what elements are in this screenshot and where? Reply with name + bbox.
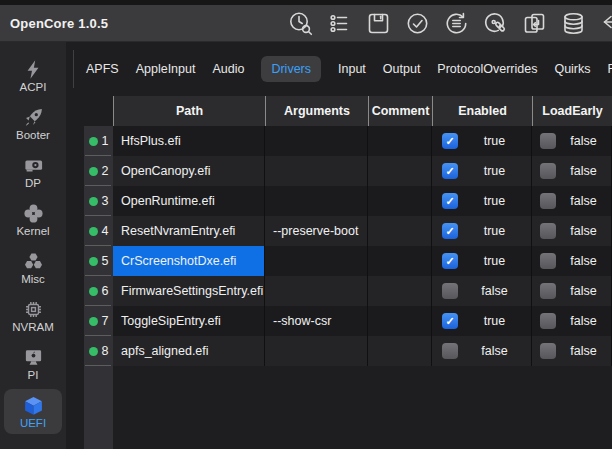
- tab-drivers[interactable]: Drivers: [261, 56, 321, 82]
- table-row[interactable]: CrScreenshotDxe.efi true false: [113, 246, 612, 276]
- compare-icon[interactable]: [521, 10, 548, 37]
- path-cell[interactable]: ResetNvramEntry.efi: [113, 216, 265, 246]
- tab-reservedmemory[interactable]: Re: [608, 62, 612, 76]
- arguments-cell[interactable]: [265, 336, 368, 366]
- table-row[interactable]: FirmwareSettingsEntry.efi false false: [113, 276, 612, 306]
- row-header[interactable]: 3: [84, 186, 113, 216]
- enabled-checkbox[interactable]: [442, 223, 458, 239]
- comment-cell[interactable]: [368, 126, 432, 156]
- loadearly-cell: false: [532, 126, 612, 156]
- sidebar-item-dp[interactable]: DP: [4, 149, 62, 194]
- column-header-path[interactable]: Path: [114, 96, 266, 126]
- status-dot: [89, 287, 98, 296]
- row-header[interactable]: 7: [84, 306, 113, 336]
- tab-quirks[interactable]: Quirks: [554, 62, 590, 76]
- path-cell[interactable]: FirmwareSettingsEntry.efi: [113, 276, 265, 306]
- arguments-cell[interactable]: [265, 156, 368, 186]
- comment-cell[interactable]: [368, 216, 432, 246]
- comment-cell[interactable]: [368, 306, 432, 336]
- arguments-cell[interactable]: [265, 276, 368, 306]
- comment-cell[interactable]: [368, 186, 432, 216]
- sidebar-item-nvram[interactable]: NVRAM: [4, 293, 62, 338]
- enabled-checkbox[interactable]: [442, 253, 458, 269]
- column-header-loadearly[interactable]: LoadEarly: [533, 96, 612, 126]
- path-cell[interactable]: HfsPlus.efi: [113, 126, 265, 156]
- sync-icon[interactable]: [443, 10, 470, 37]
- path-cell[interactable]: OpenRuntime.efi: [113, 186, 265, 216]
- loadearly-checkbox[interactable]: [540, 163, 556, 179]
- row-number: 2: [102, 164, 109, 178]
- status-dot: [89, 197, 98, 206]
- drivers-table-area: 1 2 3 4 5 6 7 8 Path Arguments: [84, 96, 612, 449]
- sidebar-item-label: ACPI: [20, 81, 47, 93]
- loadearly-label: false: [556, 284, 611, 298]
- sidebar-item-kernel[interactable]: Kernel: [4, 197, 62, 242]
- column-header-arguments[interactable]: Arguments: [266, 96, 369, 126]
- comment-cell[interactable]: [368, 156, 432, 186]
- loadearly-checkbox[interactable]: [540, 343, 556, 359]
- sidebar-item-misc[interactable]: Misc: [4, 245, 62, 290]
- comment-cell[interactable]: [368, 276, 432, 306]
- row-header[interactable]: 8: [84, 336, 113, 366]
- enabled-checkbox[interactable]: [442, 343, 458, 359]
- loadearly-checkbox[interactable]: [540, 133, 556, 149]
- table-row[interactable]: OpenRuntime.efi true false: [113, 186, 612, 216]
- enabled-cell: false: [432, 276, 532, 306]
- arguments-cell[interactable]: --show-csr: [265, 306, 368, 336]
- sidebar-item-acpi[interactable]: ACPI: [4, 53, 62, 98]
- save-icon[interactable]: [365, 10, 392, 37]
- table-row[interactable]: ResetNvramEntry.efi --preserve-boot true…: [113, 216, 612, 246]
- path-cell[interactable]: apfs_aligned.efi: [113, 336, 265, 366]
- arguments-cell[interactable]: --preserve-boot: [265, 216, 368, 246]
- row-header[interactable]: 6: [84, 276, 113, 306]
- path-value: ToggleSipEntry.efi: [121, 314, 221, 328]
- loadearly-cell: false: [532, 276, 612, 306]
- comment-cell[interactable]: [368, 336, 432, 366]
- table-row[interactable]: HfsPlus.efi true false: [113, 126, 612, 156]
- entries-list-icon[interactable]: [326, 10, 353, 37]
- row-header[interactable]: 1: [84, 126, 113, 156]
- path-cell[interactable]: ToggleSipEntry.efi: [113, 306, 265, 336]
- tab-input[interactable]: Input: [338, 62, 366, 76]
- path-value: CrScreenshotDxe.efi: [121, 254, 236, 268]
- table-row[interactable]: apfs_aligned.efi false false: [113, 336, 612, 366]
- sidebar-item-pi[interactable]: PI: [4, 341, 62, 386]
- tab-appleinput[interactable]: AppleInput: [136, 62, 196, 76]
- enabled-checkbox[interactable]: [442, 133, 458, 149]
- path-cell[interactable]: CrScreenshotDxe.efi: [113, 246, 265, 276]
- enabled-checkbox[interactable]: [442, 193, 458, 209]
- loadearly-checkbox[interactable]: [540, 283, 556, 299]
- sidebar-item-uefi[interactable]: UEFI: [4, 389, 62, 434]
- arguments-cell[interactable]: [265, 186, 368, 216]
- row-header[interactable]: 2: [84, 156, 113, 186]
- column-header-enabled[interactable]: Enabled: [433, 96, 533, 126]
- enabled-checkbox[interactable]: [442, 163, 458, 179]
- tab-audio[interactable]: Audio: [212, 62, 244, 76]
- loadearly-checkbox[interactable]: [540, 223, 556, 239]
- row-header[interactable]: 5: [84, 246, 113, 276]
- table-row[interactable]: ToggleSipEntry.efi --show-csr true false: [113, 306, 612, 336]
- table-row[interactable]: OpenCanopy.efi true false: [113, 156, 612, 186]
- loadearly-checkbox[interactable]: [540, 253, 556, 269]
- arguments-cell[interactable]: [265, 246, 368, 276]
- mount-icon[interactable]: [482, 10, 509, 37]
- tab-output[interactable]: Output: [383, 62, 421, 76]
- database-icon[interactable]: [560, 10, 587, 37]
- column-header-comment[interactable]: Comment: [369, 96, 433, 126]
- row-header[interactable]: 4: [84, 216, 113, 246]
- sidebar-item-booter[interactable]: Booter: [4, 101, 62, 146]
- enabled-label: true: [458, 194, 531, 208]
- loadearly-checkbox[interactable]: [540, 313, 556, 329]
- comment-cell[interactable]: [368, 246, 432, 276]
- enabled-checkbox[interactable]: [442, 313, 458, 329]
- tab-protocoloverrides[interactable]: ProtocolOverrides: [437, 62, 537, 76]
- snapshots-icon[interactable]: [287, 10, 314, 37]
- arguments-cell[interactable]: [265, 126, 368, 156]
- tab-apfs[interactable]: APFS: [86, 62, 119, 76]
- path-cell[interactable]: OpenCanopy.efi: [113, 156, 265, 186]
- arguments-value: --show-csr: [273, 314, 331, 328]
- loadearly-checkbox[interactable]: [540, 193, 556, 209]
- enabled-checkbox[interactable]: [442, 283, 458, 299]
- validate-icon[interactable]: [404, 10, 431, 37]
- undo-icon[interactable]: [599, 10, 612, 37]
